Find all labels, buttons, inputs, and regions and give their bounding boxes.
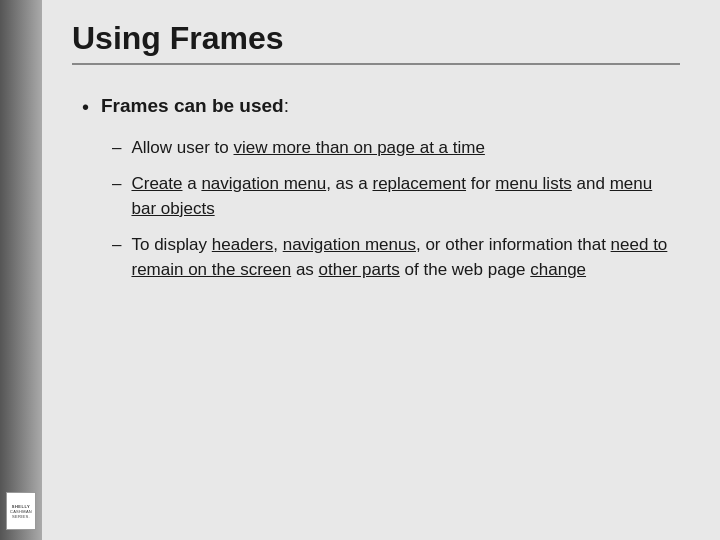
main-content: Using Frames • Frames can be used: – All… bbox=[42, 0, 720, 540]
sub-bullets-list: – Allow user to view more than on page a… bbox=[112, 135, 680, 283]
bullet-section: • Frames can be used: – Allow user to vi… bbox=[82, 93, 680, 283]
sub-dash-1: – bbox=[112, 135, 121, 161]
page-title: Using Frames bbox=[72, 20, 680, 65]
sub-text-3: To display headers, navigation menus, or… bbox=[131, 232, 680, 283]
sub-dash-2: – bbox=[112, 171, 121, 197]
main-bullet-text: Frames can be used: bbox=[101, 93, 289, 120]
sub-dash-3: – bbox=[112, 232, 121, 258]
sub-bullet-3: – To display headers, navigation menus, … bbox=[112, 232, 680, 283]
left-sidebar: SHELLY CASHMAN SERIES. bbox=[0, 0, 42, 540]
logo-line3: SERIES. bbox=[12, 514, 30, 519]
sub-text-2: Create a navigation menu, as a replaceme… bbox=[131, 171, 680, 222]
sub-bullet-2: – Create a navigation menu, as a replace… bbox=[112, 171, 680, 222]
main-bullet: • Frames can be used: bbox=[82, 93, 680, 121]
sub-bullet-1: – Allow user to view more than on page a… bbox=[112, 135, 680, 161]
sub-text-1: Allow user to view more than on page at … bbox=[131, 135, 484, 161]
logo-box: SHELLY CASHMAN SERIES. bbox=[6, 492, 36, 530]
bullet-dot: • bbox=[82, 93, 89, 121]
logo-area: SHELLY CASHMAN SERIES. bbox=[5, 492, 37, 530]
